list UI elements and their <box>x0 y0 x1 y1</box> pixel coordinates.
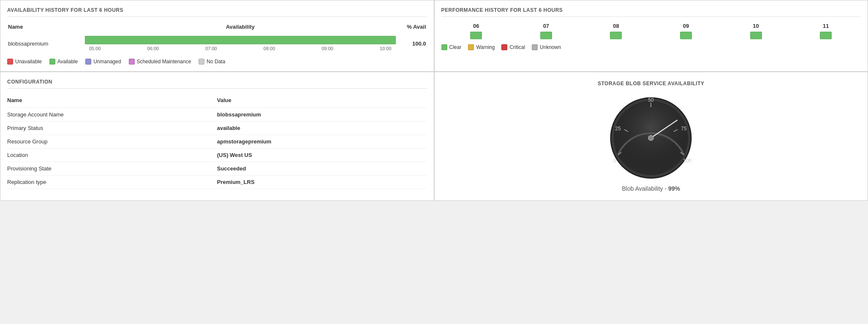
performance-panel-title: PERFORMANCE HISTORY FOR LAST 6 HOURS <box>441 7 861 17</box>
perf-hour-label-09: 09 <box>683 23 689 29</box>
legend-scheduled-maintenance: Scheduled Maintenance <box>129 59 191 65</box>
table-row: Storage Account Name blobssapremium <box>7 108 427 122</box>
gauge-caption-prefix: Blob Availability - <box>622 185 668 192</box>
legend-unknown: Unknown <box>532 44 561 50</box>
gauge-svg: 0 25 50 75 100 <box>609 96 693 180</box>
gauge-panel: STORAGE BLOB SERVICE AVAILABILITY <box>434 72 868 201</box>
configuration-table: Name Value Storage Account Name blobssap… <box>7 94 427 189</box>
performance-history-panel: PERFORMANCE HISTORY FOR LAST 6 HOURS 06 … <box>434 0 868 72</box>
table-row: Location (US) West US <box>7 148 427 162</box>
performance-legend: Clear Warning Critical Unknown <box>441 44 861 50</box>
config-row-location-label: Location <box>7 148 217 162</box>
perf-box-08 <box>610 32 622 39</box>
perf-box-10 <box>750 32 762 39</box>
table-row: Provisioning State Succeeded <box>7 162 427 176</box>
perf-hour-07: 07 <box>540 23 552 39</box>
config-row-primary-status-label: Primary Status <box>7 122 217 135</box>
config-row-provisioning-value: Succeeded <box>217 162 427 176</box>
legend-clear-label: Clear <box>449 44 462 50</box>
timeline-label: 10:00 <box>380 46 392 51</box>
configuration-panel-title: CONFIGURATION <box>7 79 427 89</box>
avail-col-name: Name <box>8 24 84 33</box>
perf-hour-11: 11 <box>820 23 832 39</box>
legend-unavailable-label: Unavailable <box>15 59 42 65</box>
timeline-label: 07:00 <box>205 46 217 51</box>
table-row: Resource Group apmstoragepremium <box>7 135 427 148</box>
legend-no-data: No Data <box>199 59 225 65</box>
legend-available-label: Available <box>57 59 78 65</box>
perf-hour-label-10: 10 <box>753 23 759 29</box>
perf-hour-label-11: 11 <box>823 23 829 29</box>
availability-bar <box>85 36 396 44</box>
avail-row-bar: 05:00 06:00 07:00 08:00 09:00 10:00 <box>85 34 396 53</box>
perf-box-07 <box>540 32 552 39</box>
perf-hour-06: 06 <box>470 23 482 39</box>
config-row-replication-label: Replication type <box>7 176 217 189</box>
legend-unmanaged-box <box>85 59 91 65</box>
legend-unknown-label: Unknown <box>540 44 561 50</box>
timeline-label: 09:00 <box>321 46 333 51</box>
table-row: blobssapremium 05:00 06:00 07:00 08:00 0… <box>8 34 426 53</box>
config-row-storage-account-label: Storage Account Name <box>7 108 217 122</box>
avail-col-pct: % Avail <box>397 24 426 33</box>
availability-legend: Unavailable Available Unmanaged Schedule… <box>7 59 427 65</box>
config-row-location-value: (US) West US <box>217 148 427 162</box>
legend-critical: Critical <box>501 44 525 50</box>
legend-warning-label: Warning <box>476 44 495 50</box>
avail-row-pct: 100.0 <box>397 34 426 53</box>
legend-critical-box <box>501 44 507 50</box>
legend-no-data-box <box>199 59 204 65</box>
gauge-label-25: 25 <box>615 126 621 132</box>
config-col-value: Value <box>217 94 427 108</box>
gauge-label-100: 100 <box>683 158 691 164</box>
avail-col-availability: Availability <box>85 24 396 33</box>
timeline-label: 06:00 <box>147 46 159 51</box>
legend-unmanaged: Unmanaged <box>85 59 121 65</box>
timeline-labels: 05:00 06:00 07:00 08:00 09:00 10:00 <box>85 46 396 51</box>
gauge-label-0: 0 <box>613 158 616 164</box>
legend-no-data-label: No Data <box>207 59 225 65</box>
availability-history-panel: AVAILABILITY HISTORY FOR LAST 6 HOURS Na… <box>0 0 434 72</box>
timeline-label: 05:00 <box>89 46 101 51</box>
gauge-label-75: 75 <box>681 126 687 132</box>
config-row-primary-status-value: available <box>217 122 427 135</box>
gauge-caption: Blob Availability - 99% <box>622 185 680 192</box>
config-col-name: Name <box>7 94 217 108</box>
performance-hours: 06 07 08 09 10 11 <box>441 23 861 39</box>
legend-clear-box <box>441 44 447 50</box>
legend-warning: Warning <box>468 44 495 50</box>
legend-unavailable: Unavailable <box>7 59 42 65</box>
gauge-center-dot <box>648 135 653 140</box>
gauge-value: 99% <box>668 185 680 192</box>
timeline-label: 08:00 <box>264 46 275 51</box>
perf-hour-label-08: 08 <box>613 23 619 29</box>
legend-unavailable-box <box>7 59 13 65</box>
perf-box-11 <box>820 32 832 39</box>
perf-hour-10: 10 <box>750 23 762 39</box>
config-row-storage-account-value: blobssapremium <box>217 108 427 122</box>
gauge-label-50: 50 <box>648 97 654 103</box>
legend-available-box <box>49 59 55 65</box>
config-row-resource-group-value: apmstoragepremium <box>217 135 427 148</box>
perf-hour-label-07: 07 <box>543 23 549 29</box>
legend-unknown-box <box>532 44 538 50</box>
legend-scheduled-maintenance-label: Scheduled Maintenance <box>137 59 191 65</box>
perf-box-06 <box>470 32 482 39</box>
perf-box-09 <box>680 32 692 39</box>
legend-scheduled-maintenance-box <box>129 59 135 65</box>
legend-unmanaged-label: Unmanaged <box>93 59 121 65</box>
gauge-container: 0 25 50 75 100 <box>609 96 693 180</box>
perf-hour-08: 08 <box>610 23 622 39</box>
perf-hour-label-06: 06 <box>473 23 479 29</box>
availability-panel-title: AVAILABILITY HISTORY FOR LAST 6 HOURS <box>7 7 427 17</box>
configuration-panel: CONFIGURATION Name Value Storage Account… <box>0 72 434 201</box>
availability-table: Name Availability % Avail blobssapremium… <box>7 23 427 54</box>
avail-row-name: blobssapremium <box>8 34 84 53</box>
table-row: Replication type Premium_LRS <box>7 176 427 189</box>
legend-available: Available <box>49 59 78 65</box>
perf-hour-09: 09 <box>680 23 692 39</box>
config-row-replication-value: Premium_LRS <box>217 176 427 189</box>
gauge-panel-title: STORAGE BLOB SERVICE AVAILABILITY <box>598 81 705 90</box>
config-row-resource-group-label: Resource Group <box>7 135 217 148</box>
table-row: Primary Status available <box>7 122 427 135</box>
